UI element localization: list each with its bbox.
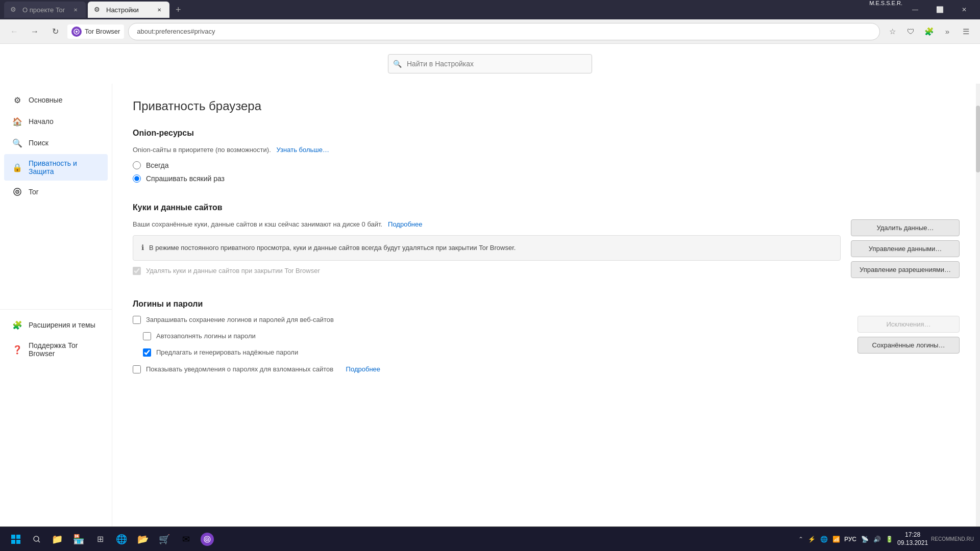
sidebar-item-extensions[interactable]: 🧩 Расширения и темы [4, 315, 108, 335]
sidebar-label-privatnost: Приватность и Защита [29, 159, 100, 176]
sidebar-item-osnovnye[interactable]: ⚙ Основные [4, 90, 108, 110]
onion-section-title: Onion-ресурсы [133, 129, 960, 138]
radio-always[interactable]: Всегда [133, 161, 960, 169]
svg-point-13 [207, 539, 208, 540]
taskbar-files-icon[interactable]: 📁 [48, 530, 66, 548]
taskbar-shop-icon[interactable]: 🛒 [155, 530, 174, 548]
shield-button[interactable]: 🛡 [902, 23, 919, 40]
tray-audio-icons: 📡 🔊 🔋 [860, 534, 894, 544]
start-button[interactable] [6, 530, 26, 549]
autofill-checkbox[interactable] [143, 332, 151, 340]
tray-icon-audio[interactable]: 🔊 [872, 534, 882, 544]
tor-logo-icon [71, 27, 82, 37]
time-date-display[interactable]: 17:28 09.13.2021 [897, 531, 928, 547]
help-icon: ❓ [12, 344, 22, 355]
messer-label: M.E.S.S.E.R. [869, 0, 902, 19]
taskbar-explorer-icon[interactable]: 📂 [134, 530, 152, 548]
tray-icon-wifi2[interactable]: 📡 [860, 534, 870, 544]
delete-cookies-checkbox[interactable] [133, 267, 141, 275]
sidebar-item-nachalo[interactable]: 🏠 Начало [4, 111, 108, 132]
section-cookies: Куки и данные сайтов Ваши сохранённые ку… [133, 203, 960, 279]
search-bar-container: 🔍 [0, 44, 980, 84]
windows-logo-icon [11, 534, 21, 544]
sidebar-item-poisk[interactable]: 🔍 Поиск [4, 133, 108, 153]
breach-checkbox[interactable] [133, 365, 141, 373]
delete-data-button[interactable]: Удалить данные… [851, 219, 960, 236]
forward-button[interactable]: → [27, 23, 43, 40]
taskbar-apps-icon[interactable]: ⊞ [91, 530, 109, 548]
autofill-checkbox-item: Автозаполнять логины и пароли [143, 332, 847, 340]
breach-label: Показывать уведомления о паролях для взл… [146, 365, 333, 373]
cookies-right: Удалить данные… Управление данными… Упра… [851, 219, 960, 278]
browser-window: ⚙ О проекте Tor ✕ ⚙ Настройки ✕ + M.E.S.… [0, 0, 980, 551]
suggest-passwords-checkbox[interactable] [143, 348, 151, 357]
tray-icon-battery[interactable]: 🔋 [884, 534, 894, 544]
cookies-desc-text: Ваши сохранённые куки, данные сайтов и к… [133, 220, 382, 228]
settings-search-input[interactable] [388, 54, 592, 73]
tray-icon-wifi[interactable]: 📶 [831, 534, 841, 544]
maximize-button[interactable]: ⬜ [928, 0, 951, 19]
exceptions-button[interactable]: Исключения… [857, 316, 960, 333]
radio-ask[interactable]: Спрашивать всякий раз [133, 174, 960, 183]
manage-data-button[interactable]: Управление данными… [851, 240, 960, 257]
taskbar-tor-taskbar-icon[interactable] [198, 530, 216, 548]
address-text: about:preferences#privacy [137, 28, 215, 35]
nav-bar: ← → ↻ Tor Browser about:preferences#priv… [0, 19, 980, 44]
autofill-label: Автозаполнять логины и пароли [156, 332, 256, 340]
recommend-label: RECOMMEND.RU [931, 536, 974, 542]
tor-icon [12, 187, 22, 197]
logins-layout: Запрашивать сохранение логинов и паролей… [133, 316, 960, 378]
onion-learn-more-link[interactable]: Узнать больше… [277, 146, 329, 154]
sidebar-item-privatnost[interactable]: 🔒 Приватность и Защита [4, 154, 108, 181]
more-tools-button[interactable]: » [939, 23, 955, 40]
new-tab-button[interactable]: + [172, 3, 185, 17]
saved-logins-button[interactable]: Сохранённые логины… [857, 337, 960, 354]
radio-ask-input[interactable] [133, 174, 141, 183]
tray-icon-1[interactable]: ⚡ [806, 534, 817, 544]
ask-save-checkbox[interactable] [133, 316, 141, 324]
sidebar-label-support: Поддержка Tor Browser [29, 341, 100, 358]
radio-always-input[interactable] [133, 161, 141, 169]
tab-close-settings[interactable]: ✕ [155, 6, 163, 14]
tray-icon-2[interactable]: 🌐 [819, 534, 829, 544]
taskbar-edge-icon[interactable]: 🌐 [112, 530, 131, 548]
taskbar-time: 17:28 [897, 531, 928, 539]
onion-section-desc: Onion-сайты в приоритете (по возможности… [133, 145, 960, 155]
breach-learn-more-link[interactable]: Подробнее [346, 365, 380, 373]
refresh-button[interactable]: ↻ [47, 23, 63, 40]
cookies-section-title: Куки и данные сайтов [133, 203, 960, 212]
back-button[interactable]: ← [6, 23, 22, 40]
tab-icon-settings: ⚙ [94, 6, 102, 14]
nav-actions: ☆ 🛡 🧩 » ☰ [884, 23, 974, 40]
scrollbar-track[interactable] [976, 84, 980, 527]
main-content: 🔍 ⚙ Основные 🏠 Начало 🔍 Поиск [0, 44, 980, 527]
radio-ask-label: Спрашивать всякий раз [146, 174, 225, 183]
delete-cookies-label: Удалять куки и данные сайтов при закрыти… [146, 267, 320, 274]
manage-permissions-button[interactable]: Управление разрешениями… [851, 261, 960, 278]
minimize-button[interactable]: — [903, 0, 927, 19]
taskbar-store-icon[interactable]: 🏪 [69, 530, 88, 548]
ask-save-label: Запрашивать сохранение логинов и паролей… [146, 316, 334, 323]
scrollbar-thumb[interactable] [976, 106, 980, 172]
taskbar-search-button[interactable] [29, 531, 45, 547]
tab-about-tor[interactable]: ⚙ О проекте Tor ✕ [4, 2, 86, 18]
tab-close-about[interactable]: ✕ [71, 6, 80, 14]
suggest-passwords-checkbox-item: Предлагать и генерировать надёжные парол… [143, 348, 847, 357]
tor-logo-nav[interactable]: Tor Browser [67, 24, 124, 39]
tab-settings[interactable]: ⚙ Настройки ✕ [88, 2, 169, 18]
onion-radio-group: Всегда Спрашивать всякий раз [133, 161, 960, 183]
sidebar-label-poisk: Поиск [29, 139, 48, 147]
close-button[interactable]: ✕ [952, 0, 976, 19]
tor-browser-label: Tor Browser [85, 28, 120, 35]
bookmark-button[interactable]: ☆ [884, 23, 900, 40]
sidebar-item-tor[interactable]: Tor [4, 182, 108, 202]
tray-chevron[interactable]: ⌃ [798, 536, 803, 543]
extensions-button[interactable]: 🧩 [921, 23, 937, 40]
taskbar-mail-icon[interactable]: ✉ [177, 530, 195, 548]
sidebar-item-support[interactable]: ❓ Поддержка Tor Browser [4, 336, 108, 363]
suggest-passwords-label: Предлагать и генерировать надёжные парол… [156, 348, 298, 356]
menu-button[interactable]: ☰ [958, 23, 974, 40]
address-bar[interactable]: about:preferences#privacy [128, 23, 880, 40]
cookies-learn-more-link[interactable]: Подробнее [388, 220, 422, 228]
info-icon: ℹ [141, 243, 144, 253]
